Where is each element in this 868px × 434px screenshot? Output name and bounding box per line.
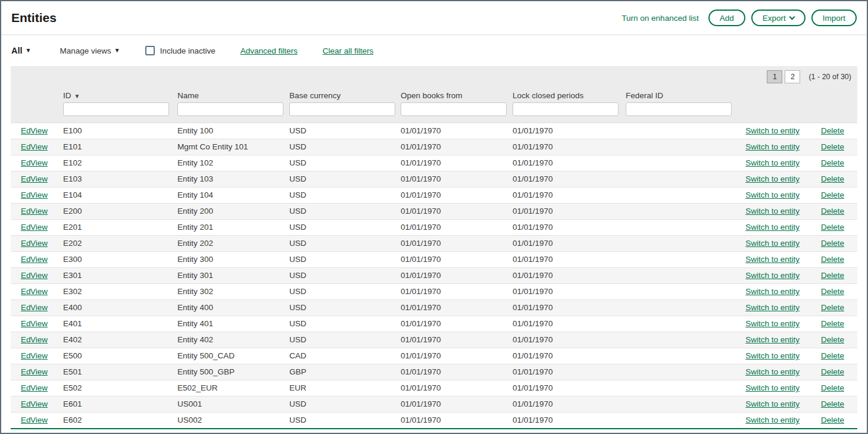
- edit-link[interactable]: Edit: [21, 271, 30, 280]
- column-header-base-currency[interactable]: Base currency: [289, 87, 401, 102]
- delete-link[interactable]: Delete: [821, 271, 844, 280]
- delete-link[interactable]: Delete: [821, 191, 844, 199]
- column-header-lock-closed-periods[interactable]: Lock closed periods: [513, 87, 626, 102]
- edit-link[interactable]: Edit: [21, 416, 30, 424]
- delete-link[interactable]: Delete: [821, 207, 844, 216]
- filter-input-federal-id[interactable]: [626, 102, 732, 116]
- view-link[interactable]: View: [30, 399, 48, 408]
- edit-link[interactable]: Edit: [21, 255, 30, 264]
- switch-to-entity-link[interactable]: Switch to entity: [745, 126, 800, 135]
- edit-link[interactable]: Edit: [21, 399, 30, 408]
- delete-link[interactable]: Delete: [821, 255, 844, 264]
- view-link[interactable]: View: [30, 207, 48, 216]
- edit-link[interactable]: Edit: [21, 351, 30, 360]
- view-link[interactable]: View: [30, 239, 48, 248]
- view-link[interactable]: View: [30, 126, 48, 135]
- delete-link[interactable]: Delete: [821, 383, 844, 392]
- edit-link[interactable]: Edit: [21, 239, 30, 248]
- switch-to-entity-link[interactable]: Switch to entity: [745, 383, 800, 392]
- edit-link[interactable]: Edit: [21, 383, 30, 392]
- switch-to-entity-link[interactable]: Switch to entity: [745, 239, 800, 248]
- delete-link[interactable]: Delete: [821, 174, 844, 183]
- edit-link[interactable]: Edit: [21, 207, 30, 216]
- filter-input-name[interactable]: [177, 102, 283, 116]
- view-link[interactable]: View: [30, 271, 48, 280]
- switch-to-entity-link[interactable]: Switch to entity: [745, 191, 800, 199]
- delete-link[interactable]: Delete: [821, 223, 844, 232]
- delete-link[interactable]: Delete: [821, 158, 844, 167]
- view-link[interactable]: View: [30, 303, 48, 312]
- column-header-federal-id[interactable]: Federal ID: [626, 87, 715, 102]
- filter-input-open-books-from[interactable]: [401, 102, 507, 116]
- switch-to-entity-link[interactable]: Switch to entity: [745, 416, 800, 424]
- view-link[interactable]: View: [30, 351, 48, 360]
- delete-link[interactable]: Delete: [821, 287, 844, 296]
- view-link[interactable]: View: [30, 191, 48, 199]
- delete-link[interactable]: Delete: [821, 303, 844, 312]
- add-button[interactable]: Add: [708, 10, 745, 26]
- view-link[interactable]: View: [30, 367, 48, 376]
- switch-to-entity-link[interactable]: Switch to entity: [745, 287, 800, 296]
- delete-link[interactable]: Delete: [821, 239, 844, 248]
- enhanced-list-link[interactable]: Turn on enhanced list: [622, 14, 698, 23]
- export-button[interactable]: Export: [751, 10, 805, 26]
- switch-to-entity-link[interactable]: Switch to entity: [745, 335, 800, 344]
- switch-to-entity-link[interactable]: Switch to entity: [745, 255, 800, 264]
- switch-to-entity-link[interactable]: Switch to entity: [745, 351, 800, 360]
- edit-link[interactable]: Edit: [21, 319, 30, 328]
- page-button-1[interactable]: 1: [767, 70, 782, 83]
- switch-to-entity-link[interactable]: Switch to entity: [745, 399, 800, 408]
- edit-link[interactable]: Edit: [21, 158, 30, 167]
- delete-link[interactable]: Delete: [821, 335, 844, 344]
- switch-to-entity-link[interactable]: Switch to entity: [745, 319, 800, 328]
- edit-link[interactable]: Edit: [21, 174, 30, 183]
- switch-to-entity-link[interactable]: Switch to entity: [745, 174, 800, 183]
- delete-link[interactable]: Delete: [821, 416, 844, 424]
- delete-link[interactable]: Delete: [821, 351, 844, 360]
- delete-link[interactable]: Delete: [821, 126, 844, 135]
- delete-link[interactable]: Delete: [821, 399, 844, 408]
- switch-to-entity-link[interactable]: Switch to entity: [745, 367, 800, 376]
- delete-link[interactable]: Delete: [821, 319, 844, 328]
- filter-input-base-currency[interactable]: [289, 102, 395, 116]
- column-header-open-books-from[interactable]: Open books from: [401, 87, 513, 102]
- delete-link[interactable]: Delete: [821, 367, 844, 376]
- view-link[interactable]: View: [30, 142, 48, 151]
- column-header-id[interactable]: ID▼: [63, 87, 177, 102]
- switch-to-entity-link[interactable]: Switch to entity: [745, 158, 800, 167]
- switch-to-entity-link[interactable]: Switch to entity: [745, 223, 800, 232]
- switch-to-entity-link[interactable]: Switch to entity: [745, 303, 800, 312]
- edit-link[interactable]: Edit: [21, 191, 30, 199]
- advanced-filters-link[interactable]: Advanced filters: [241, 46, 298, 55]
- edit-link[interactable]: Edit: [21, 142, 30, 151]
- delete-link[interactable]: Delete: [821, 142, 844, 151]
- edit-link[interactable]: Edit: [21, 303, 30, 312]
- switch-to-entity-link[interactable]: Switch to entity: [745, 271, 800, 280]
- page-button-2[interactable]: 2: [785, 70, 800, 83]
- edit-link[interactable]: Edit: [21, 367, 30, 376]
- switch-to-entity-link[interactable]: Switch to entity: [745, 142, 800, 151]
- clear-all-filters-link[interactable]: Clear all filters: [323, 46, 374, 55]
- view-link[interactable]: View: [30, 287, 48, 296]
- view-link[interactable]: View: [30, 174, 48, 183]
- view-selector-dropdown[interactable]: All ▼: [11, 46, 31, 55]
- edit-link[interactable]: Edit: [21, 126, 30, 135]
- edit-link[interactable]: Edit: [21, 335, 30, 344]
- view-link[interactable]: View: [30, 223, 48, 232]
- edit-link[interactable]: Edit: [21, 223, 30, 232]
- view-link[interactable]: View: [30, 319, 48, 328]
- view-link[interactable]: View: [30, 255, 48, 264]
- filter-input-lock-closed-periods[interactable]: [513, 102, 619, 116]
- switch-to-entity-link[interactable]: Switch to entity: [745, 207, 800, 216]
- view-link[interactable]: View: [30, 335, 48, 344]
- manage-views-dropdown[interactable]: Manage views ▼: [60, 46, 120, 55]
- view-link[interactable]: View: [30, 383, 48, 392]
- import-button[interactable]: Import: [811, 10, 857, 26]
- view-link[interactable]: View: [30, 416, 48, 424]
- column-header-name[interactable]: Name: [177, 87, 289, 102]
- edit-link[interactable]: Edit: [21, 287, 30, 296]
- table-row: Edit View E400 Entity 400 USD 01/01/1970…: [11, 299, 857, 316]
- filter-input-id[interactable]: [63, 102, 169, 116]
- include-inactive-checkbox[interactable]: [145, 46, 155, 55]
- view-link[interactable]: View: [30, 158, 48, 167]
